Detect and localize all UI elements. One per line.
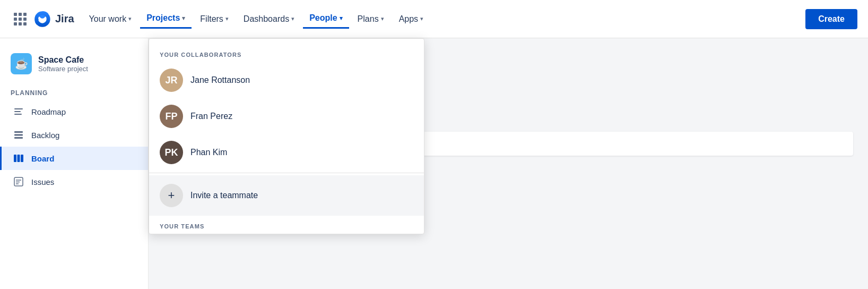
- grid-icon: [14, 13, 27, 26]
- collaborator-jane[interactable]: JR Jane Rottanson: [149, 62, 424, 98]
- roadmap-icon: [12, 105, 25, 118]
- nav-filters[interactable]: Filters ▾: [194, 10, 235, 28]
- jira-logo-icon: [34, 11, 51, 28]
- chevron-down-icon: ▾: [291, 15, 294, 22]
- phan-avatar: PK: [160, 141, 183, 164]
- backlog-icon: [12, 129, 25, 141]
- nav-apps[interactable]: Apps ▾: [393, 10, 430, 28]
- top-navbar: Jira Your work ▾ Projects ▾ Filters ▾ Da…: [0, 0, 868, 38]
- svg-rect-8: [21, 155, 23, 162]
- invite-label: Invite a teammate: [190, 191, 258, 200]
- svg-rect-7: [18, 155, 20, 162]
- sidebar-item-board[interactable]: Board: [0, 147, 148, 170]
- collaborator-phan[interactable]: PK Phan Kim: [149, 134, 424, 171]
- nav-plans[interactable]: Plans ▾: [351, 10, 390, 28]
- project-info: Space Cafe Software project: [38, 55, 88, 73]
- backlog-label: Backlog: [31, 131, 59, 140]
- chevron-down-icon: ▾: [225, 15, 229, 22]
- jane-avatar: JR: [160, 69, 183, 92]
- chevron-down-icon: ▾: [420, 15, 423, 22]
- project-name: Space Cafe: [38, 55, 88, 65]
- sidebar-item-issues[interactable]: Issues: [0, 170, 148, 193]
- divider: [149, 173, 424, 173]
- chevron-down-icon: ▾: [182, 15, 185, 22]
- collaborators-section-label: YOUR COLLABORATORS: [149, 47, 424, 62]
- chevron-down-icon: ▾: [381, 15, 384, 22]
- grid-menu-button[interactable]: [11, 10, 30, 29]
- collaborator-fran[interactable]: FP Fran Perez: [149, 98, 424, 134]
- jane-name: Jane Rottanson: [190, 75, 250, 85]
- project-header: ☕ Space Cafe Software project: [0, 49, 148, 83]
- planning-label: PLANNING: [0, 83, 148, 100]
- project-icon: ☕: [11, 53, 32, 74]
- board-icon: [12, 152, 25, 165]
- nav-your-work[interactable]: Your work ▾: [83, 10, 138, 28]
- people-dropdown: YOUR COLLABORATORS JR Jane Rottanson FP …: [149, 38, 424, 234]
- nav-dashboards[interactable]: Dashboards ▾: [237, 10, 301, 28]
- fran-name: Fran Perez: [190, 112, 232, 121]
- svg-rect-6: [14, 155, 16, 162]
- sidebar-item-backlog[interactable]: Backlog: [0, 123, 148, 147]
- svg-rect-5: [14, 137, 23, 139]
- jira-logo[interactable]: Jira: [34, 11, 74, 28]
- svg-rect-3: [14, 131, 23, 133]
- phan-name: Phan Kim: [190, 148, 227, 157]
- project-type: Software project: [38, 65, 88, 73]
- sidebar-item-roadmap[interactable]: Roadmap: [0, 100, 148, 123]
- sidebar: ☕ Space Cafe Software project PLANNING R…: [0, 38, 149, 289]
- fran-avatar: FP: [160, 105, 183, 128]
- roadmap-label: Roadmap: [31, 107, 66, 116]
- invite-plus-icon: +: [160, 184, 183, 207]
- issues-icon: [12, 175, 25, 188]
- svg-rect-0: [14, 108, 23, 109]
- issues-label: Issues: [31, 177, 54, 186]
- svg-rect-4: [14, 134, 23, 136]
- invite-teammate-row[interactable]: + Invite a teammate: [149, 175, 424, 216]
- svg-rect-1: [14, 111, 21, 112]
- nav-people[interactable]: People ▾: [303, 9, 349, 29]
- create-button[interactable]: Create: [805, 9, 857, 29]
- chevron-down-icon: ▾: [128, 15, 132, 22]
- jira-logo-text: Jira: [55, 13, 74, 25]
- chevron-down-icon: ▾: [340, 15, 343, 22]
- svg-rect-2: [14, 114, 22, 115]
- your-teams-label: YOUR TEAMS: [149, 216, 424, 234]
- content-area: ☕ Space Cafe Software project PLANNING R…: [0, 38, 868, 289]
- nav-projects[interactable]: Projects ▾: [140, 9, 192, 29]
- board-label: Board: [31, 154, 54, 163]
